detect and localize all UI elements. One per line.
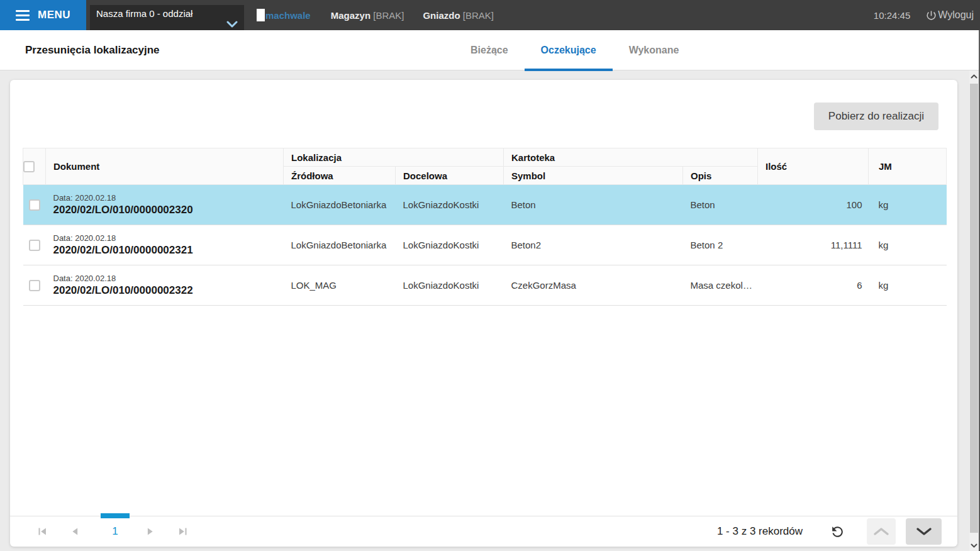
logout-label: Wyloguj (938, 9, 974, 21)
chevron-down-icon (916, 527, 932, 536)
row-date: Data: 2020.02.18 (53, 274, 284, 283)
username[interactable]: machwale (265, 10, 311, 21)
tab-oczekujace[interactable]: Oczekujące (525, 30, 613, 70)
row-document-number: 2020/02/LO/010/0000002320 (53, 204, 284, 216)
chevron-down-icon (971, 543, 977, 548)
table-row[interactable]: Data: 2020.02.18 2020/02/LO/010/00000023… (23, 185, 947, 225)
row-jm: kg (869, 185, 947, 225)
transfers-table: Dokument Lokalizacja Kartoteka Ilość JM … (23, 148, 947, 306)
row-docelowa: LokGniazdoKostki (396, 225, 504, 265)
tab-wykonane[interactable]: Wykonane (613, 30, 696, 70)
column-header-symbol[interactable]: Symbol (504, 167, 683, 185)
row-ilosc: 11,1111 (758, 225, 869, 265)
gniazdo-label: Gniazdo (423, 10, 460, 21)
column-group-lokalizacja: Lokalizacja (284, 148, 504, 167)
column-header-zrodlowa[interactable]: Źródłowa (284, 167, 396, 185)
row-checkbox[interactable] (29, 199, 40, 211)
tab-biezace[interactable]: Bieżące (454, 30, 525, 70)
last-page-button[interactable] (176, 525, 190, 538)
tab-bar: Bieżące Oczekujące Wykonane (454, 30, 695, 70)
first-page-icon (35, 525, 49, 538)
magazyn-value: [BRAK] (373, 10, 404, 21)
clock: 10:24:45 (874, 10, 910, 21)
next-page-icon (143, 525, 157, 538)
scrollbar-up-arrow[interactable] (969, 70, 979, 82)
power-icon (925, 9, 937, 21)
row-jm: kg (869, 265, 947, 306)
refresh-icon (830, 524, 845, 540)
current-page-indicator-bar (101, 513, 130, 518)
row-zrodlowa: LokGniazdoBetoniarka (284, 185, 396, 225)
logout-button[interactable]: Wyloguj (925, 9, 974, 21)
select-all-cell (23, 148, 46, 185)
row-opis: Masa czekol… (683, 265, 758, 306)
column-header-jm[interactable]: JM (869, 148, 947, 185)
row-ilosc: 100 (758, 185, 869, 225)
select-all-checkbox[interactable] (23, 161, 35, 172)
pobierz-do-realizacji-button[interactable]: Pobierz do realizacji (814, 103, 938, 130)
scroll-down-button[interactable] (906, 518, 942, 545)
row-document-number: 2020/02/LO/010/0000002321 (53, 244, 284, 257)
table-row[interactable]: Data: 2020.02.18 2020/02/LO/010/00000023… (23, 265, 947, 306)
current-page[interactable]: 1 (101, 525, 130, 538)
menu-label: MENU (38, 9, 70, 21)
row-ilosc: 6 (758, 265, 869, 306)
page-header: Przesunięcia lokalizacyjne Bieżące Oczek… (0, 30, 980, 70)
row-checkbox[interactable] (29, 280, 40, 291)
page-title: Przesunięcia lokalizacyjne (25, 30, 160, 70)
chevron-up-icon (873, 527, 889, 536)
company-select-value: Nasza firma 0 - oddział (96, 8, 192, 19)
row-document-number: 2020/02/LO/010/0000002322 (53, 284, 284, 297)
transfers-card: Pobierz do realizacji Dokument Lokalizac… (10, 80, 957, 547)
scrollbar-thumb[interactable] (970, 84, 978, 533)
row-jm: kg (869, 225, 947, 265)
prev-page-icon (68, 525, 82, 538)
page-scrollbar[interactable] (969, 70, 979, 551)
prev-page-button[interactable] (68, 525, 82, 538)
row-zrodlowa: LOK_MAG (284, 265, 396, 306)
table-row[interactable]: Data: 2020.02.18 2020/02/LO/010/00000023… (23, 225, 947, 265)
row-date: Data: 2020.02.18 (53, 193, 284, 203)
chevron-down-icon (226, 19, 238, 30)
menu-button[interactable]: MENU (0, 0, 86, 30)
row-docelowa: LokGniazdoKostki (396, 185, 504, 225)
refresh-button[interactable] (829, 523, 845, 540)
scroll-up-button[interactable] (867, 518, 896, 545)
row-opis: Beton (683, 185, 758, 225)
row-date: Data: 2020.02.18 (53, 233, 284, 243)
gniazdo-indicator: Gniazdo [BRAK] (423, 10, 494, 21)
current-page-number: 1 (112, 525, 118, 537)
row-checkbox[interactable] (29, 240, 40, 251)
row-opis: Beton 2 (683, 225, 758, 265)
user-avatar-icon (257, 9, 265, 21)
topbar: MENU Nasza firma 0 - oddział machwale Ma… (0, 0, 980, 30)
user-info: machwale (257, 9, 311, 21)
column-header-dokument[interactable]: Dokument (46, 148, 284, 185)
row-symbol: CzekGorzMasa (504, 265, 683, 306)
pagination-bar: 1 1 - 3 z 3 rekordów (10, 516, 957, 547)
next-page-button[interactable] (143, 525, 157, 538)
column-header-opis[interactable]: Opis (683, 167, 758, 185)
records-summary: 1 - 3 z 3 rekordów (717, 525, 803, 538)
magazyn-indicator: Magazyn [BRAK] (331, 10, 404, 21)
last-page-icon (176, 525, 190, 538)
row-symbol: Beton (504, 185, 683, 225)
row-symbol: Beton2 (504, 225, 683, 265)
gniazdo-value: [BRAK] (463, 10, 494, 21)
magazyn-label: Magazyn (331, 10, 370, 21)
column-header-docelowa[interactable]: Docelowa (396, 167, 504, 185)
column-group-kartoteka: Kartoteka (504, 148, 758, 167)
chevron-up-icon (971, 74, 977, 79)
row-docelowa: LokGniazdoKostki (396, 265, 504, 306)
table-header-group-row: Dokument Lokalizacja Kartoteka Ilość JM (23, 148, 947, 167)
row-zrodlowa: LokGniazdoBetoniarka (284, 225, 396, 265)
scrollbar-down-arrow[interactable] (969, 540, 979, 551)
pager-right: 1 - 3 z 3 rekordów (717, 518, 957, 545)
hamburger-icon (16, 10, 30, 21)
company-select[interactable]: Nasza firma 0 - oddział (90, 5, 244, 30)
column-header-ilosc[interactable]: Ilość (758, 148, 869, 185)
first-page-button[interactable] (35, 525, 49, 538)
pager-controls: 1 (35, 525, 209, 538)
